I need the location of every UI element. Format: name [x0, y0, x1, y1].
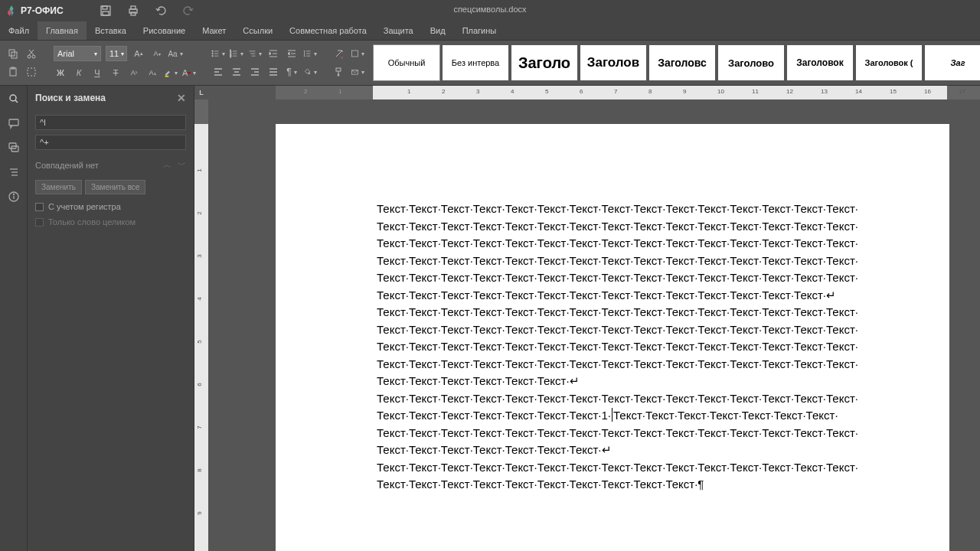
underline-icon[interactable]: Ч: [90, 66, 104, 80]
comments-tab-icon[interactable]: [7, 116, 21, 130]
case-sensitive-checkbox[interactable]: С учетом регистра: [35, 199, 186, 214]
panel-title: Поиск и замена: [35, 93, 106, 103]
document-text[interactable]: Текст·Текст·Текст·Текст·Текст·Текст·Текс…: [377, 201, 919, 494]
styles-gallery: ОбычныйБез интерваЗаголоЗаголовЗаголовсЗ…: [374, 45, 980, 80]
change-case-icon[interactable]: Aa▾: [168, 47, 182, 60]
document-area: L 211234567891011121314151617 1234567891…: [194, 86, 980, 551]
svg-rect-12: [28, 68, 35, 76]
menu-вставка[interactable]: Вставка: [87, 21, 135, 40]
menu-главная[interactable]: Главная: [38, 21, 87, 40]
italic-icon[interactable]: К: [72, 66, 86, 80]
svg-rect-51: [336, 68, 341, 71]
svg-point-9: [32, 55, 35, 58]
style-8[interactable]: Заг: [925, 45, 980, 80]
line-spacing-icon[interactable]: ▾: [303, 47, 317, 60]
svg-text:3: 3: [230, 54, 231, 58]
menu-bar: ФайлГлавнаяВставкаРисованиеМакетСсылкиСо…: [0, 21, 980, 41]
svg-point-53: [10, 95, 16, 101]
menu-ссылки[interactable]: Ссылки: [234, 21, 281, 40]
shading-icon[interactable]: ▾: [303, 65, 317, 79]
whole-word-checkbox[interactable]: Только слово целиком: [35, 214, 186, 230]
svg-point-63: [13, 194, 14, 195]
style-1[interactable]: Без интерва: [443, 45, 508, 80]
menu-рисование[interactable]: Рисование: [135, 21, 194, 40]
document-title: спецсимволы.docx: [0, 5, 980, 14]
decrease-font-icon[interactable]: A▾: [150, 47, 164, 60]
increase-indent-icon[interactable]: [285, 47, 299, 60]
increase-font-icon[interactable]: A▴: [132, 47, 145, 60]
nonprinting-icon[interactable]: ¶▾: [285, 65, 299, 79]
svg-line-54: [15, 100, 18, 103]
info-tab-icon[interactable]: [7, 190, 21, 204]
vertical-ruler[interactable]: 12345678910: [194, 99, 208, 551]
search-tab-icon[interactable]: [7, 92, 21, 106]
cut-icon[interactable]: [24, 47, 38, 60]
headings-tab-icon[interactable]: [7, 165, 21, 179]
style-0[interactable]: Обычный: [374, 45, 439, 80]
font-size-select[interactable]: 11▾: [106, 46, 127, 61]
ruler-corner[interactable]: L: [194, 86, 208, 99]
svg-rect-13: [165, 76, 169, 77]
highlight-icon[interactable]: ▾: [164, 66, 178, 80]
clear-format-icon[interactable]: [332, 47, 346, 60]
menu-макет[interactable]: Макет: [194, 21, 234, 40]
format-painter-icon[interactable]: [332, 65, 346, 79]
svg-point-14: [212, 51, 214, 52]
menu-плагины[interactable]: Плагины: [454, 21, 505, 40]
title-bar: Р7-ОФИС спецсимволы.docx: [0, 0, 980, 21]
match-status: Совпадений нет: [35, 161, 99, 170]
svg-point-8: [28, 55, 31, 58]
align-justify-icon[interactable]: [266, 65, 280, 79]
bullet-list-icon[interactable]: ▾: [211, 47, 225, 60]
svg-rect-55: [9, 119, 18, 126]
page[interactable]: Текст·Текст·Текст·Текст·Текст·Текст·Текс…: [276, 124, 949, 551]
style-7[interactable]: Заголовок (: [856, 45, 922, 80]
left-sidebar: [0, 86, 28, 551]
bold-icon[interactable]: Ж: [54, 66, 67, 80]
mail-merge-icon[interactable]: ▾: [351, 65, 364, 79]
svg-point-18: [212, 55, 214, 57]
style-6[interactable]: Заголовок: [787, 45, 853, 80]
replace-all-button[interactable]: Заменить все: [85, 180, 145, 194]
select-all-icon[interactable]: [24, 65, 38, 79]
font-color-icon[interactable]: A▾: [182, 66, 196, 80]
prev-match-icon[interactable]: ︿: [163, 159, 172, 171]
align-center-icon[interactable]: [230, 65, 243, 79]
find-replace-panel: Поиск и замена ✕ Совпадений нет ︿ ﹀ Заме…: [28, 86, 194, 551]
menu-совместная работа[interactable]: Совместная работа: [281, 21, 375, 40]
subscript-icon[interactable]: A₁: [145, 66, 159, 80]
close-icon[interactable]: ✕: [177, 92, 186, 104]
svg-point-16: [212, 53, 214, 54]
multilevel-list-icon[interactable]: ▾: [248, 47, 262, 60]
style-5[interactable]: Заголово: [718, 45, 784, 80]
decrease-indent-icon[interactable]: [266, 47, 280, 60]
replace-input[interactable]: [35, 135, 186, 150]
menu-защита[interactable]: Защита: [375, 21, 422, 40]
chat-tab-icon[interactable]: [7, 141, 21, 155]
paste-icon[interactable]: [6, 65, 20, 79]
style-4[interactable]: Заголовс: [649, 45, 715, 80]
copy-icon[interactable]: [6, 47, 20, 60]
replace-button[interactable]: Заменить: [35, 180, 82, 194]
menu-вид[interactable]: Вид: [422, 21, 454, 40]
align-right-icon[interactable]: [248, 65, 262, 79]
horizontal-ruler[interactable]: 211234567891011121314151617: [208, 86, 980, 99]
menu-файл[interactable]: Файл: [0, 21, 38, 40]
strikethrough-icon[interactable]: Т: [109, 66, 122, 80]
style-3[interactable]: Заголов: [580, 45, 646, 80]
numbered-list-icon[interactable]: 123▾: [230, 47, 243, 60]
superscript-icon[interactable]: A¹: [127, 66, 141, 80]
style-2[interactable]: Заголо: [511, 45, 577, 80]
toolbar: Arial▾ 11▾ A▴ A▾ Aa▾ Ж К Ч Т A¹ A₁ ▾ A▾ …: [0, 41, 980, 86]
align-left-icon[interactable]: [211, 65, 225, 79]
borders-icon[interactable]: ▾: [351, 47, 364, 60]
font-name-select[interactable]: Arial▾: [54, 46, 101, 61]
svg-rect-50: [352, 51, 358, 57]
find-input[interactable]: [35, 115, 186, 130]
next-match-icon[interactable]: ﹀: [178, 159, 186, 171]
